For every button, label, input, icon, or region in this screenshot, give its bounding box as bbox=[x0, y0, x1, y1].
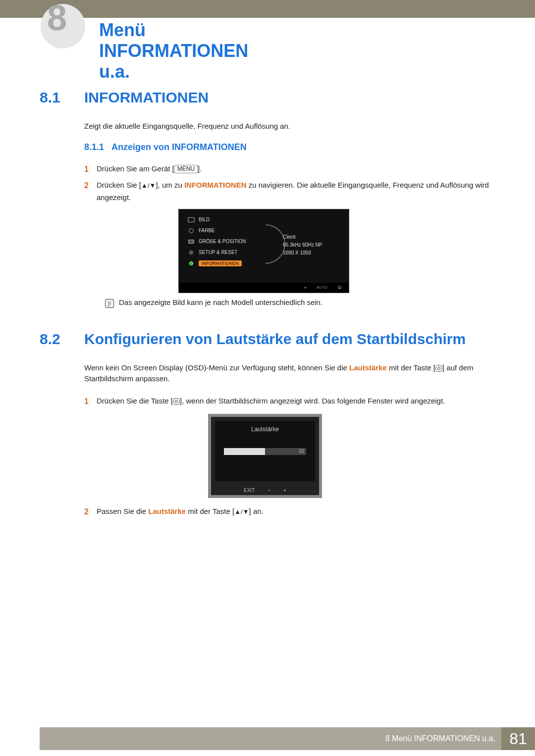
up-down-arrows-icon: ▲/▼ bbox=[141, 182, 156, 189]
info-frequency: 65.3kHz 60Hz NP bbox=[283, 241, 322, 249]
picture-icon bbox=[188, 217, 195, 223]
info-source: Client bbox=[283, 233, 322, 241]
exit-label: EXIT bbox=[244, 488, 255, 493]
osd-info-screenshot: BILD FARBE GRÖßE & POSITION SETUP & RESE… bbox=[178, 209, 349, 293]
osd-pointer-arc bbox=[266, 224, 285, 264]
osd-volume-fill bbox=[224, 448, 265, 455]
text: Drücken Sie [ bbox=[97, 181, 141, 189]
osd-volume-value: 50 bbox=[299, 449, 304, 454]
label: GRÖßE & POSITION bbox=[199, 239, 246, 244]
svg-rect-9 bbox=[107, 302, 111, 302]
note-icon bbox=[104, 298, 119, 311]
auto-label: AUTO bbox=[317, 285, 327, 290]
svg-rect-3 bbox=[190, 241, 193, 243]
label: FARBE bbox=[199, 228, 215, 233]
step-1: 1 Drücken Sie die Taste [], wenn der Sta… bbox=[84, 395, 495, 408]
step-number: 2 bbox=[84, 179, 97, 204]
subsection-number: 8.1.1 bbox=[84, 142, 111, 152]
section-8-2-heading: 8.2 Konfigurieren von Lautstärke auf dem… bbox=[40, 331, 495, 348]
info-resolution: 1680 X 1050 bbox=[283, 249, 322, 257]
section-number: 8.1 bbox=[40, 89, 84, 106]
power-icon: ⏻ bbox=[337, 285, 341, 290]
section-8-1-intro: Zeigt die aktuelle Eingangsquelle, Frequ… bbox=[84, 121, 495, 132]
osd-info-panel: Client 65.3kHz 60Hz NP 1680 X 1050 bbox=[283, 233, 322, 257]
osd-volume-screenshot: Lautstärke 50 EXIT − + bbox=[208, 414, 322, 498]
osd-volume-inner: Lautstärke 50 bbox=[215, 421, 315, 481]
note: Das angezeigte Bild kann je nach Modell … bbox=[104, 298, 495, 311]
osd-menu-list: BILD FARBE GRÖßE & POSITION SETUP & RESE… bbox=[188, 214, 246, 269]
plus-icon: + bbox=[283, 488, 286, 493]
section-number: 8.2 bbox=[40, 331, 84, 348]
footer-text: 8 Menü INFORMATIONEN u.a. bbox=[385, 734, 501, 743]
osd-menu-item-info-selected: iINFORMATIONEN bbox=[188, 258, 246, 269]
osd-bottom-bar: ▸ AUTO ⏻ bbox=[179, 283, 349, 293]
text: Wenn kein On Screen Display (OSD)-Menü z… bbox=[84, 363, 349, 372]
text: mit der Taste [ bbox=[186, 507, 234, 515]
step-text: Drücken Sie die Taste [], wenn der Start… bbox=[97, 395, 495, 408]
color-icon bbox=[188, 228, 195, 234]
label: INFORMATIONEN bbox=[199, 260, 242, 266]
step-1: 1 Drücken Sie am Gerät [MENU]. bbox=[84, 162, 495, 176]
step-2: 2 Passen Sie die Lautstärke mit der Tast… bbox=[84, 505, 495, 518]
enter-icon: ▸ bbox=[305, 285, 307, 290]
note-text: Das angezeigte Bild kann je nach Modell … bbox=[119, 298, 322, 311]
section-8-2-intro: Wenn kein On Screen Display (OSD)-Menü z… bbox=[84, 362, 495, 385]
gear-icon bbox=[188, 250, 195, 255]
label: BILD bbox=[199, 217, 210, 222]
info-icon: i bbox=[188, 260, 195, 266]
section-title: INFORMATIONEN bbox=[84, 89, 209, 106]
step-number: 2 bbox=[84, 505, 97, 518]
osd-menu-item-bild: BILD bbox=[188, 214, 246, 225]
text: ], um zu bbox=[156, 181, 184, 189]
circle-button-icon bbox=[435, 365, 442, 372]
chapter-title: Menü INFORMATIONEN u.a. bbox=[99, 20, 535, 82]
text: ] an. bbox=[249, 507, 264, 515]
svg-point-5 bbox=[191, 252, 192, 253]
osd-menu-item-farbe: FARBE bbox=[188, 225, 246, 236]
text: ]. bbox=[198, 164, 202, 173]
page-content: 8.1 INFORMATIONEN Zeigt die aktuelle Ein… bbox=[40, 89, 495, 521]
svg-rect-0 bbox=[188, 217, 194, 222]
osd-volume-title: Lautstärke bbox=[215, 421, 315, 433]
osd-volume-buttons: EXIT − + bbox=[211, 488, 319, 493]
text: Passen Sie die bbox=[97, 507, 148, 515]
step-text: Drücken Sie am Gerät [MENU]. bbox=[97, 162, 495, 176]
step-text: Drücken Sie [▲/▼], um zu INFORMATIONEN z… bbox=[97, 179, 495, 204]
keyword-lautstaerke: Lautstärke bbox=[148, 507, 186, 515]
text: ], wenn der Startbildschirm angezeigt wi… bbox=[180, 397, 445, 405]
subsection-title: Anzeigen von INFORMATIONEN bbox=[111, 142, 247, 152]
section-8-1-heading: 8.1 INFORMATIONEN bbox=[40, 89, 495, 106]
osd-volume-bar bbox=[224, 448, 306, 455]
circle-button-icon bbox=[173, 398, 180, 405]
subsection-8-1-1-heading: 8.1.1 Anzeigen von INFORMATIONEN bbox=[84, 142, 495, 152]
chapter-number: 8 bbox=[47, 0, 67, 38]
footer: 8 Menü INFORMATIONEN u.a. 81 bbox=[40, 727, 535, 750]
step-number: 1 bbox=[84, 395, 97, 408]
menu-button-label: MENU bbox=[174, 165, 198, 174]
up-down-arrows-icon: ▲/▼ bbox=[234, 508, 249, 515]
size-icon bbox=[188, 239, 195, 245]
osd-menu-item-size: GRÖßE & POSITION bbox=[188, 236, 246, 247]
minus-icon: − bbox=[268, 488, 270, 493]
step-2: 2 Drücken Sie [▲/▼], um zu INFORMATIONEN… bbox=[84, 179, 495, 204]
osd-menu-item-setup: SETUP & RESET bbox=[188, 247, 246, 258]
page-number: 81 bbox=[501, 727, 535, 750]
keyword-lautstaerke: Lautstärke bbox=[349, 363, 387, 372]
svg-rect-10 bbox=[107, 303, 111, 304]
text: Drücken Sie am Gerät [ bbox=[97, 164, 174, 173]
text: mit der Taste [ bbox=[387, 363, 435, 372]
svg-point-1 bbox=[189, 228, 194, 233]
keyword-informationen: INFORMATIONEN bbox=[184, 181, 247, 189]
step-text: Passen Sie die Lautstärke mit der Taste … bbox=[97, 505, 495, 518]
svg-rect-11 bbox=[107, 305, 110, 306]
text: Drücken Sie die Taste [ bbox=[97, 397, 173, 405]
step-number: 1 bbox=[84, 162, 97, 176]
section-title: Konfigurieren von Lautstärke auf dem Sta… bbox=[84, 331, 466, 348]
label: SETUP & RESET bbox=[199, 250, 238, 255]
